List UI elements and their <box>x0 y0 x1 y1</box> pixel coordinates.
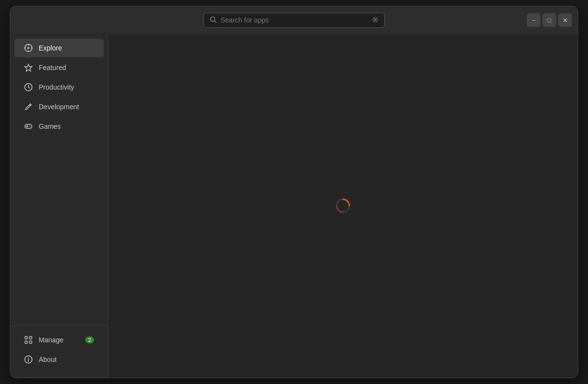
loading-spinner <box>335 198 351 214</box>
sidebar-item-productivity[interactable]: Productivity <box>14 78 104 96</box>
app-window: − □ ✕ <box>10 6 578 378</box>
svg-point-20 <box>30 126 31 127</box>
grid-icon <box>24 336 33 344</box>
productivity-label: Productivity <box>39 83 74 91</box>
sidebar-item-about[interactable]: About <box>14 350 104 369</box>
search-icon <box>210 16 217 24</box>
search-bar[interactable] <box>203 13 385 28</box>
search-input[interactable] <box>220 16 368 24</box>
about-label: About <box>39 356 57 363</box>
content-area: Explore Featured <box>10 34 578 378</box>
svg-rect-23 <box>25 341 27 343</box>
manage-label: Manage <box>39 336 64 344</box>
featured-label: Featured <box>39 64 66 72</box>
svg-point-27 <box>28 358 29 359</box>
svg-line-14 <box>28 87 30 88</box>
explore-label: Explore <box>39 44 62 52</box>
svg-rect-21 <box>25 336 27 339</box>
gamepad-icon <box>24 122 33 131</box>
svg-rect-22 <box>29 336 32 339</box>
star-icon <box>24 63 33 72</box>
pen-icon <box>24 102 33 111</box>
clear-icon[interactable] <box>372 17 378 24</box>
sidebar-item-development[interactable]: Development <box>14 97 104 116</box>
explore-icon <box>24 44 33 52</box>
svg-point-19 <box>29 125 30 126</box>
svg-point-6 <box>27 47 29 49</box>
sidebar: Explore Featured <box>10 34 108 378</box>
svg-rect-24 <box>29 341 32 343</box>
info-icon <box>24 355 33 364</box>
sidebar-nav: Explore Featured <box>10 38 108 325</box>
sidebar-item-explore[interactable]: Explore <box>14 39 104 57</box>
sidebar-bottom: Manage 2 About <box>10 325 108 374</box>
development-label: Development <box>39 103 79 111</box>
minimize-button[interactable]: − <box>527 13 540 27</box>
sidebar-item-featured[interactable]: Featured <box>14 58 104 77</box>
titlebar: − □ ✕ <box>10 6 578 34</box>
sidebar-item-manage[interactable]: Manage 2 <box>14 331 104 349</box>
svg-line-1 <box>215 21 217 23</box>
clock-icon <box>24 83 33 92</box>
window-controls: − □ ✕ <box>527 13 572 27</box>
games-label: Games <box>39 122 61 130</box>
svg-line-15 <box>29 105 30 106</box>
maximize-button[interactable]: □ <box>542 13 556 27</box>
svg-marker-11 <box>25 64 32 72</box>
close-button[interactable]: ✕ <box>558 13 572 27</box>
manage-badge: 2 <box>85 336 94 343</box>
main-content <box>108 34 578 378</box>
sidebar-item-games[interactable]: Games <box>14 117 104 136</box>
